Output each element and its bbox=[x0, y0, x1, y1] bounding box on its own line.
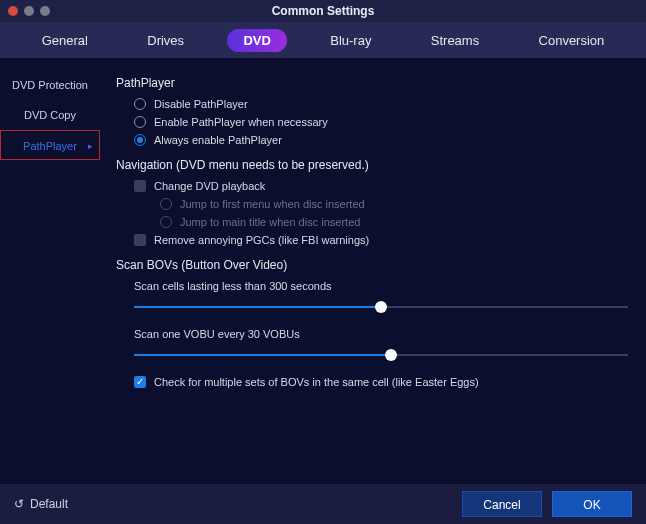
radio-icon bbox=[160, 198, 172, 210]
sidebar-item-pathplayer[interactable]: PathPlayer bbox=[0, 130, 100, 160]
option-label: Disable PathPlayer bbox=[154, 98, 248, 110]
tab-drives[interactable]: Drives bbox=[131, 29, 200, 52]
ok-button[interactable]: OK bbox=[552, 491, 632, 517]
body: DVD Protection DVD Copy PathPlayer PathP… bbox=[0, 58, 646, 484]
cancel-button[interactable]: Cancel bbox=[462, 491, 542, 517]
undo-icon: ↺ bbox=[14, 497, 24, 511]
slider-cells-label: Scan cells lasting less than 300 seconds bbox=[134, 280, 628, 292]
option-label: Scan cells lasting less than 300 seconds bbox=[134, 280, 332, 292]
radio-enable-when-necessary[interactable]: Enable PathPlayer when necessary bbox=[134, 116, 628, 128]
window-controls bbox=[0, 6, 50, 16]
checkbox-remove-pgcs[interactable]: Remove annoying PGCs (like FBI warnings) bbox=[134, 234, 628, 246]
slider-scan-cells[interactable] bbox=[134, 300, 628, 314]
slider-thumb[interactable] bbox=[385, 349, 397, 361]
option-label: Check for multiple sets of BOVs in the s… bbox=[154, 376, 479, 388]
option-label: Scan one VOBU every 30 VOBUs bbox=[134, 328, 300, 340]
slider-vobu-label: Scan one VOBU every 30 VOBUs bbox=[134, 328, 628, 340]
checkbox-change-dvd-playback[interactable]: Change DVD playback bbox=[134, 180, 628, 192]
radio-icon bbox=[134, 116, 146, 128]
zoom-icon[interactable] bbox=[40, 6, 50, 16]
checkbox-multiple-bovs[interactable]: Check for multiple sets of BOVs in the s… bbox=[134, 376, 628, 388]
option-label: Jump to main title when disc inserted bbox=[180, 216, 360, 228]
radio-icon bbox=[160, 216, 172, 228]
radio-icon bbox=[134, 98, 146, 110]
sidebar-item-dvd-protection[interactable]: DVD Protection bbox=[0, 70, 100, 100]
checkbox-icon bbox=[134, 234, 146, 246]
close-icon[interactable] bbox=[8, 6, 18, 16]
option-label: Jump to first menu when disc inserted bbox=[180, 198, 365, 210]
section-title-bovs: Scan BOVs (Button Over Video) bbox=[116, 258, 628, 272]
slider-thumb[interactable] bbox=[375, 301, 387, 313]
radio-icon bbox=[134, 134, 146, 146]
slider-fill bbox=[134, 306, 381, 308]
checkbox-icon bbox=[134, 376, 146, 388]
default-button[interactable]: ↺ Default bbox=[14, 497, 68, 511]
option-label: Remove annoying PGCs (like FBI warnings) bbox=[154, 234, 369, 246]
minimize-icon[interactable] bbox=[24, 6, 34, 16]
tab-dvd[interactable]: DVD bbox=[227, 29, 286, 52]
radio-disable-pathplayer[interactable]: Disable PathPlayer bbox=[134, 98, 628, 110]
radio-always-enable[interactable]: Always enable PathPlayer bbox=[134, 134, 628, 146]
content-panel: PathPlayer Disable PathPlayer Enable Pat… bbox=[100, 58, 646, 484]
section-title-pathplayer: PathPlayer bbox=[116, 76, 628, 90]
window-title: Common Settings bbox=[0, 4, 646, 18]
sidebar: DVD Protection DVD Copy PathPlayer bbox=[0, 58, 100, 484]
section-title-navigation: Navigation (DVD menu needs to be preserv… bbox=[116, 158, 628, 172]
titlebar: Common Settings bbox=[0, 0, 646, 22]
tab-bluray[interactable]: Blu-ray bbox=[314, 29, 387, 52]
radio-jump-first-menu: Jump to first menu when disc inserted bbox=[160, 198, 628, 210]
radio-jump-main-title: Jump to main title when disc inserted bbox=[160, 216, 628, 228]
slider-scan-vobu[interactable] bbox=[134, 348, 628, 362]
checkbox-icon bbox=[134, 180, 146, 192]
sidebar-item-dvd-copy[interactable]: DVD Copy bbox=[0, 100, 100, 130]
tab-conversion[interactable]: Conversion bbox=[523, 29, 621, 52]
footer: ↺ Default Cancel OK bbox=[0, 484, 646, 524]
option-label: Enable PathPlayer when necessary bbox=[154, 116, 328, 128]
slider-fill bbox=[134, 354, 391, 356]
default-label: Default bbox=[30, 497, 68, 511]
tab-streams[interactable]: Streams bbox=[415, 29, 495, 52]
option-label: Always enable PathPlayer bbox=[154, 134, 282, 146]
tab-general[interactable]: General bbox=[26, 29, 104, 52]
option-label: Change DVD playback bbox=[154, 180, 265, 192]
top-nav: General Drives DVD Blu-ray Streams Conve… bbox=[0, 22, 646, 58]
